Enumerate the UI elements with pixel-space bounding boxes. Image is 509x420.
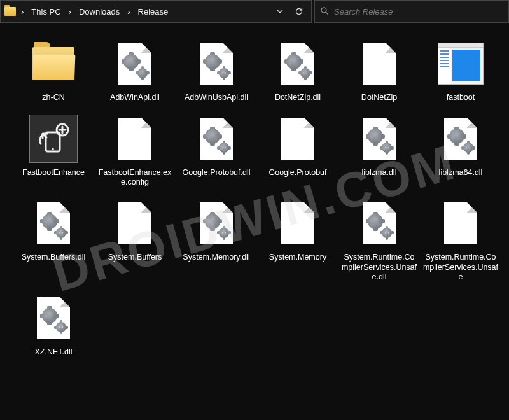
file-label: System.Runtime.CompilerServices.Unsafe.d… — [341, 253, 417, 283]
file-item[interactable]: XZ.NET.dll — [13, 290, 94, 361]
svg-point-0 — [321, 8, 326, 13]
file-icon — [200, 202, 233, 244]
breadcrumb-segment[interactable]: Downloads — [76, 6, 122, 18]
file-icon — [200, 118, 233, 160]
file-item[interactable]: fastboot — [420, 36, 501, 107]
file-label: Google.Protobuf.dll — [182, 168, 250, 178]
file-item[interactable]: DotNetZip — [338, 36, 420, 107]
app-icon — [29, 115, 78, 163]
file-item[interactable]: FastbootEnhance.exe.config — [94, 111, 176, 192]
address-bar-row: › This PC › Downloads › Release — [0, 0, 509, 23]
file-item[interactable]: FastbootEnhance — [13, 111, 94, 192]
file-item[interactable]: liblzma.dll — [338, 111, 420, 192]
file-item[interactable]: liblzma64.dll — [420, 111, 501, 192]
file-icon — [37, 297, 70, 339]
file-item[interactable]: Google.Protobuf.dll — [176, 111, 257, 192]
file-item[interactable]: System.Memory.dll — [176, 195, 257, 286]
file-label: System.Buffers — [108, 253, 162, 263]
file-label: liblzma.dll — [362, 168, 397, 178]
file-icon — [200, 43, 233, 85]
refresh-icon[interactable] — [291, 1, 307, 22]
file-item[interactable]: Google.Protobuf — [257, 111, 338, 192]
file-label: System.Runtime.CompilerServices.Unsafe — [422, 253, 499, 283]
file-item[interactable]: AdbWinApi.dll — [94, 36, 176, 107]
file-label: DotNetZip.dll — [275, 93, 321, 103]
file-item[interactable]: zh-CN — [13, 36, 94, 107]
chevron-down-icon[interactable] — [272, 1, 288, 22]
file-icon — [444, 118, 477, 160]
search-box[interactable] — [314, 0, 509, 23]
file-item[interactable]: DotNetZip.dll — [257, 36, 338, 107]
breadcrumb[interactable]: › This PC › Downloads › Release — [0, 0, 312, 23]
file-pane: zh-CNAdbWinApi.dllAdbWinUsbApi.dllDotNet… — [0, 23, 509, 367]
file-label: System.Buffers.dll — [22, 253, 86, 263]
chevron-right-icon: › — [125, 6, 132, 18]
file-label: FastbootEnhance — [22, 168, 85, 178]
breadcrumb-segment[interactable]: This PC — [29, 6, 63, 18]
file-icon — [363, 118, 396, 160]
folder-icon — [4, 7, 16, 16]
file-grid: zh-CNAdbWinApi.dllAdbWinUsbApi.dllDotNet… — [13, 36, 503, 361]
file-icon — [281, 202, 314, 244]
search-icon — [320, 6, 329, 17]
file-icon — [118, 43, 151, 85]
file-label: System.Memory — [269, 253, 326, 263]
file-label: FastbootEnhance.exe.config — [97, 168, 173, 188]
file-icon — [444, 202, 477, 244]
file-item[interactable]: AdbWinUsbApi.dll — [176, 36, 257, 107]
document-icon — [438, 43, 484, 85]
file-item[interactable]: System.Memory — [257, 195, 338, 286]
svg-line-1 — [326, 12, 328, 15]
file-item[interactable]: System.Buffers.dll — [13, 195, 94, 286]
file-icon — [37, 202, 70, 244]
file-item[interactable]: System.Runtime.CompilerServices.Unsafe — [420, 195, 501, 286]
chevron-right-icon: › — [18, 6, 26, 18]
file-label: zh-CN — [42, 93, 64, 103]
svg-point-3 — [52, 148, 54, 150]
file-icon — [118, 118, 151, 160]
file-item[interactable]: System.Buffers — [94, 195, 176, 286]
file-icon — [118, 202, 151, 244]
breadcrumb-segment[interactable]: Release — [136, 6, 171, 18]
file-label: fastboot — [447, 93, 475, 103]
folder-icon — [32, 47, 74, 80]
file-item[interactable]: System.Runtime.CompilerServices.Unsafe.d… — [338, 195, 420, 286]
file-icon — [281, 43, 314, 85]
file-label: AdbWinApi.dll — [110, 93, 160, 103]
file-icon — [363, 43, 396, 85]
file-label: System.Memory.dll — [183, 253, 249, 263]
file-label: XZ.NET.dll — [34, 347, 72, 358]
chevron-right-icon: › — [66, 6, 74, 18]
file-icon — [363, 202, 396, 244]
file-label: liblzma64.dll — [439, 168, 483, 178]
search-input[interactable] — [334, 7, 503, 17]
file-icon — [281, 118, 314, 160]
file-label: DotNetZip — [361, 93, 397, 103]
file-label: AdbWinUsbApi.dll — [185, 93, 248, 103]
file-label: Google.Protobuf — [268, 168, 326, 178]
